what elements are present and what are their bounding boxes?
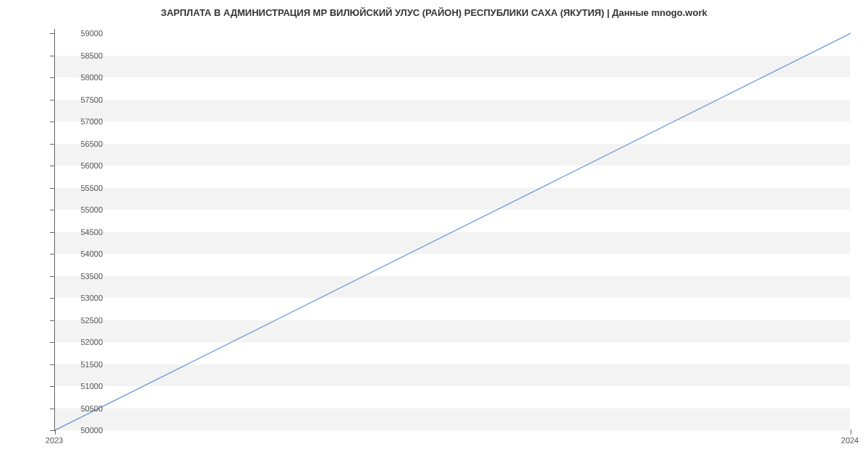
y-axis-label: 52000	[67, 338, 103, 346]
chart-title: ЗАРПЛАТА В АДМИНИСТРАЦИЯ МР ВИЛЮЙСКИЙ УЛ…	[0, 7, 868, 18]
y-axis-label: 58500	[67, 51, 103, 60]
y-axis-label: 54000	[67, 249, 103, 258]
y-tick	[50, 386, 55, 387]
y-tick	[50, 298, 55, 299]
y-axis-label: 55000	[67, 205, 103, 214]
y-tick	[50, 320, 55, 321]
y-axis-label: 56500	[67, 140, 103, 148]
x-tick	[851, 430, 851, 435]
y-tick	[50, 364, 55, 365]
chart-area: 5000050500510005150052000525005300053500…	[54, 29, 850, 441]
y-tick	[50, 121, 55, 122]
y-tick	[50, 166, 55, 166]
x-axis-label: 2024	[841, 436, 859, 445]
y-axis-label: 59000	[67, 29, 103, 38]
y-axis-label: 55500	[67, 184, 103, 192]
y-tick	[50, 100, 55, 101]
y-axis-label: 50500	[67, 404, 103, 413]
y-tick	[50, 342, 55, 343]
y-axis-label: 56000	[67, 161, 103, 170]
y-tick	[50, 188, 55, 189]
y-tick	[50, 56, 55, 56]
y-axis-label: 51000	[67, 382, 103, 390]
y-tick	[50, 232, 55, 233]
y-axis-label: 53000	[67, 294, 103, 302]
y-tick	[50, 276, 55, 277]
y-axis-label: 54500	[67, 228, 103, 236]
y-axis-label: 57500	[67, 95, 103, 104]
y-tick	[50, 77, 55, 78]
plot-area	[54, 29, 850, 430]
y-axis-label: 58000	[67, 73, 103, 82]
y-axis-label: 51500	[67, 360, 103, 369]
y-axis-label: 57000	[67, 117, 103, 126]
y-tick	[50, 409, 55, 409]
x-axis-label: 2023	[46, 436, 63, 445]
y-tick	[50, 210, 55, 210]
y-tick	[50, 33, 55, 34]
data-line	[55, 29, 851, 430]
y-axis-label: 52500	[67, 316, 103, 325]
y-tick	[50, 254, 55, 255]
y-tick	[50, 430, 55, 431]
y-axis-label: 50000	[67, 426, 103, 435]
y-tick	[50, 144, 55, 145]
svg-line-0	[55, 33, 851, 430]
x-tick	[55, 430, 56, 435]
y-axis-label: 53500	[67, 272, 103, 281]
